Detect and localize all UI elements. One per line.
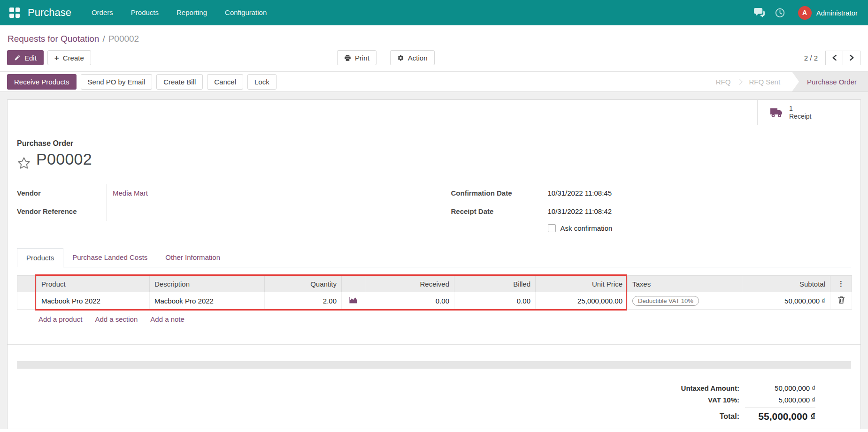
send-po-by-email-button[interactable]: Send PO by Email xyxy=(81,74,153,90)
vendor-value[interactable]: Media Mart xyxy=(107,184,434,203)
add-a-note-link[interactable]: Add a note xyxy=(150,315,184,323)
navbar-right: A Administrator xyxy=(749,0,860,25)
receipt-date-value: 10/31/2022 11:08:42 xyxy=(542,203,852,221)
subtotal-column-header[interactable]: Subtotal xyxy=(742,276,830,292)
horizontal-scrollbar[interactable] xyxy=(17,361,851,369)
pencil-icon xyxy=(14,54,21,61)
create-bill-button[interactable]: Create Bill xyxy=(156,74,203,90)
action-button[interactable]: Action xyxy=(390,50,435,65)
order-lines-table: Product Description Quantity Received Bi… xyxy=(17,275,852,310)
description-column-header[interactable]: Description xyxy=(150,276,265,292)
total-label: Total: xyxy=(681,412,739,422)
cell-unit-price: 25,000,000.00 xyxy=(536,292,628,310)
apps-menu-icon[interactable] xyxy=(9,8,20,18)
untaxed-amount-value: 50,000,000 ₫ xyxy=(745,384,815,392)
field-groups: Vendor Media Mart Vendor Reference Confi… xyxy=(17,184,851,235)
add-a-section-link[interactable]: Add a section xyxy=(95,315,138,323)
messages-icon[interactable] xyxy=(749,0,770,25)
tax-tag: Deductible VAT 10% xyxy=(632,296,699,306)
ask-confirmation-label: Ask confirmation xyxy=(561,224,613,232)
table-header-row: Product Description Quantity Received Bi… xyxy=(17,276,852,292)
edit-button[interactable]: Edit xyxy=(7,50,44,65)
top-navbar: Purchase Orders Products Reporting Confi… xyxy=(0,0,868,25)
menu-orders[interactable]: Orders xyxy=(83,0,122,25)
statusbar: Receive Products Send PO by Email Create… xyxy=(0,71,868,92)
state-rfq-sent[interactable]: RFQ Sent xyxy=(742,78,787,86)
smart-button-box: 1 Receipt xyxy=(8,100,860,125)
favorite-star-icon[interactable] xyxy=(17,156,31,170)
tab-other-information[interactable]: Other Information xyxy=(156,248,229,267)
billed-column-header[interactable]: Billed xyxy=(454,276,536,292)
menu-products[interactable]: Products xyxy=(122,0,168,25)
status-pipeline: RFQ RFQ Sent Purchase Order xyxy=(709,72,868,91)
notebook-bottom-divider xyxy=(8,344,860,345)
taxes-column-header[interactable]: Taxes xyxy=(628,276,742,292)
vendor-reference-value xyxy=(107,203,434,221)
breadcrumb-parent[interactable]: Requests for Quotation xyxy=(8,34,99,44)
cell-delete xyxy=(830,292,852,310)
ask-confirmation-checkbox[interactable] xyxy=(548,224,556,232)
control-panel-buttons: Edit + Create Print Action 2 / 2 xyxy=(7,50,861,65)
optional-columns-icon[interactable]: ⋮ xyxy=(830,276,852,292)
cell-product: Macbook Pro 2022 xyxy=(37,292,150,310)
menu-reporting[interactable]: Reporting xyxy=(168,0,216,25)
chevron-right-icon xyxy=(849,54,854,61)
add-a-product-link[interactable]: Add a product xyxy=(38,315,82,323)
untaxed-amount-label: Untaxed Amount: xyxy=(681,384,739,392)
trash-icon[interactable] xyxy=(837,296,845,304)
unit-price-column-header[interactable]: Unit Price xyxy=(536,276,628,292)
plus-icon: + xyxy=(54,54,59,62)
form-sheet: 1 Receipt Purchase Order P00002 Vendor xyxy=(7,99,861,429)
forecast-column-header xyxy=(342,276,365,292)
print-button[interactable]: Print xyxy=(337,50,376,65)
ask-confirmation-field: Ask confirmation xyxy=(542,221,852,235)
cell-quantity: 2.00 xyxy=(265,292,342,310)
pager-previous-button[interactable] xyxy=(825,51,843,65)
receipt-smart-button[interactable]: 1 Receipt xyxy=(757,100,860,125)
state-purchase-order[interactable]: Purchase Order xyxy=(792,72,868,91)
left-field-group: Vendor Media Mart Vendor Reference xyxy=(17,184,434,235)
menu-configuration[interactable]: Configuration xyxy=(216,0,276,25)
page-title: P00002 xyxy=(36,150,92,168)
user-avatar[interactable]: A xyxy=(798,6,812,20)
tab-purchase-landed-costs[interactable]: Purchase Landed Costs xyxy=(63,248,156,267)
totals-block: Untaxed Amount: 50,000,000 ₫ VAT 10%: 5,… xyxy=(17,384,815,422)
user-name[interactable]: Administrator xyxy=(816,9,858,17)
breadcrumb-separator: / xyxy=(102,34,105,44)
create-button[interactable]: + Create xyxy=(47,50,91,65)
product-column-header[interactable]: Product xyxy=(37,276,150,292)
app-name[interactable]: Purchase xyxy=(28,7,71,19)
receive-products-button[interactable]: Receive Products xyxy=(7,74,77,90)
pager-next-button[interactable] xyxy=(843,51,860,65)
receipt-count: 1 xyxy=(789,105,811,113)
list-footer-links: Add a product Add a section Add a note xyxy=(17,310,851,330)
chevron-left-icon xyxy=(832,54,837,61)
tax-value: 5,000,000 ₫ xyxy=(745,396,815,404)
breadcrumb: Requests for Quotation/P00002 xyxy=(8,34,861,44)
cell-received: 0.00 xyxy=(365,292,454,310)
cell-forecast xyxy=(342,292,365,310)
state-rfq[interactable]: RFQ xyxy=(709,78,738,86)
forecast-chart-icon[interactable] xyxy=(349,296,357,303)
lock-button[interactable]: Lock xyxy=(247,74,277,90)
order-lines-table-wrap: Product Description Quantity Received Bi… xyxy=(17,275,851,330)
right-field-group: Confirmation Date 10/31/2022 11:08:45 Re… xyxy=(451,184,852,235)
cell-taxes: Deductible VAT 10% xyxy=(628,292,742,310)
vendor-reference-label: Vendor Reference xyxy=(17,203,107,221)
truck-icon xyxy=(770,107,783,118)
notebook-tabs: Products Purchase Landed Costs Other Inf… xyxy=(17,248,851,267)
activities-clock-icon[interactable] xyxy=(770,0,791,25)
record-type-label: Purchase Order xyxy=(17,139,851,148)
purchase-order-form-screen: Purchase Orders Products Reporting Confi… xyxy=(0,0,868,432)
control-panel: Requests for Quotation/P00002 Edit + Cre… xyxy=(0,25,868,71)
received-column-header[interactable]: Received xyxy=(365,276,454,292)
pager-count: 2 / 2 xyxy=(804,54,818,62)
handle-column-header xyxy=(17,276,37,292)
cell-description: Macbook Pro 2022 xyxy=(150,292,265,310)
quantity-column-header[interactable]: Quantity xyxy=(265,276,342,292)
cancel-button[interactable]: Cancel xyxy=(207,74,243,90)
vendor-label: Vendor xyxy=(17,184,107,203)
receipt-date-label: Receipt Date xyxy=(451,203,542,221)
tab-products[interactable]: Products xyxy=(17,248,63,267)
order-line-row[interactable]: Macbook Pro 2022 Macbook Pro 2022 2.00 0… xyxy=(17,292,852,310)
